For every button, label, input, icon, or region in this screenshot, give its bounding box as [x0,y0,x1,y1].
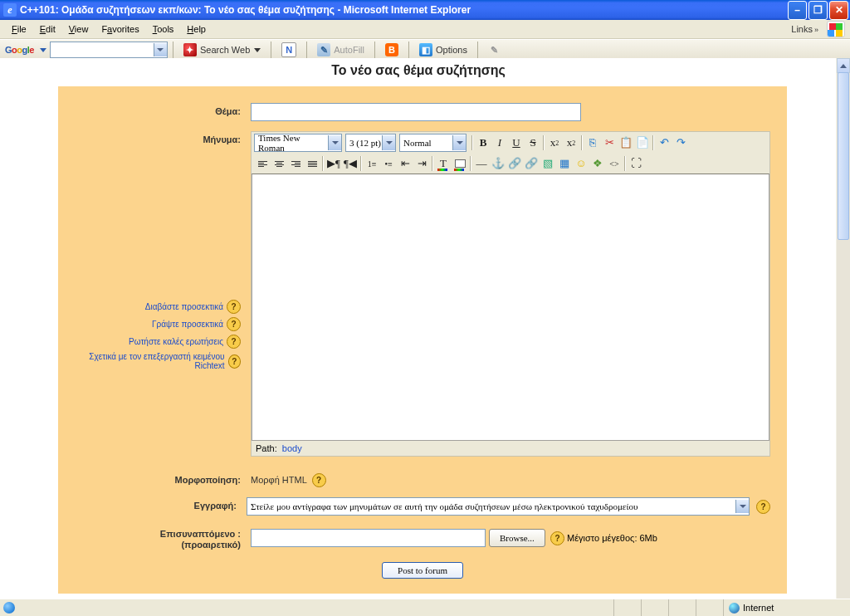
google-search-combo[interactable] [50,42,168,58]
google-blogger-button[interactable]: B [380,42,403,58]
menu-bar: File Edit View Favorites Tools Help Link… [0,20,850,39]
google-highlight-button[interactable]: ✎ [483,42,506,58]
google-logo[interactable]: Google [3,45,36,55]
window-close-button[interactable]: ✕ [829,1,848,20]
window-title: C++101: Ομάδα συζητήσεων εκπ/κων: Το νέο… [20,4,471,16]
menu-view[interactable]: View [62,22,95,36]
menu-file[interactable]: File [5,22,33,36]
ie-window-icon: e [3,3,17,17]
google-autofill-button[interactable]: ✎ AutoFill [312,42,369,58]
chevron-down-icon [254,48,261,52]
news-icon: N [281,42,296,57]
options-icon: ◧ [419,43,432,56]
window-titlebar: e C++101: Ομάδα συζητήσεων εκπ/κων: Το ν… [0,0,850,20]
menu-edit[interactable]: Edit [33,22,62,36]
google-search-web-button[interactable]: ✦ Search Web [178,42,266,58]
menu-tools[interactable]: Tools [146,22,181,36]
window-maximize-button[interactable]: ❐ [808,1,828,20]
window-minimize-button[interactable]: – [788,1,807,20]
combo-dropdown-icon[interactable] [154,43,167,56]
menu-help[interactable]: Help [180,22,212,36]
links-toolbar-label[interactable]: Links» [791,24,822,34]
highlight-icon: ✎ [488,43,501,56]
google-dropdown-icon[interactable] [40,48,46,52]
autofill-icon: ✎ [317,43,330,56]
scroll-up-button[interactable] [837,58,850,61]
menu-favorites[interactable]: Favorites [95,22,145,36]
search-icon: ✦ [183,43,197,56]
browser-viewport: Το νέο σας θέμα συζήτησης Θέμα: Μήνυμα: … [0,58,850,61]
options-label: Options [436,45,467,55]
autofill-label: AutoFill [334,45,364,55]
blogger-icon: B [385,43,398,56]
search-web-label: Search Web [200,45,250,55]
google-options-button[interactable]: ◧ Options [414,42,472,58]
google-news-button[interactable]: N [276,42,301,58]
windows-flag-icon[interactable] [827,21,845,37]
vertical-scrollbar[interactable] [836,58,850,61]
